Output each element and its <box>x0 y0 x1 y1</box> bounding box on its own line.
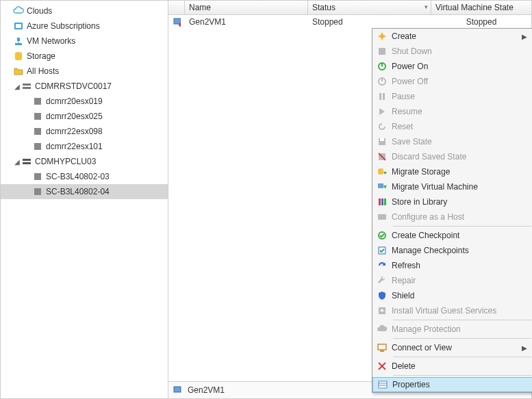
menu-item-label: Delete <box>392 361 532 371</box>
menu-item-poweroff: Power Off <box>372 74 532 89</box>
folder-icon <box>13 66 24 77</box>
menu-item-label: Repair <box>392 276 532 285</box>
svg-rect-18 <box>174 387 181 392</box>
svg-marker-35 <box>383 185 387 189</box>
tree-host[interactable]: dcmrr22esx101 <box>1 139 168 154</box>
menu-item-connect[interactable]: Connect or View▶ <box>372 340 532 355</box>
menu-item-refresh[interactable]: Refresh <box>372 258 532 273</box>
table-row[interactable]: Gen2VM1 Stopped Stopped <box>168 15 531 29</box>
menu-item-shield[interactable]: Shield <box>372 288 532 303</box>
grid-header: Name Status▾ Virtual Machine State <box>168 1 531 15</box>
menu-item-label: Migrate Virtual Machine <box>392 182 532 192</box>
col-label: Status <box>312 3 335 12</box>
svg-rect-10 <box>34 128 41 135</box>
menu-item-label: Pause <box>392 92 532 101</box>
tree-host[interactable]: dcmrr22esx098 <box>1 124 168 139</box>
create-icon <box>372 31 392 42</box>
svg-rect-9 <box>34 113 41 120</box>
menu-item-poweron[interactable]: Power On <box>372 59 532 74</box>
tree-label: dcmrr22esx098 <box>46 127 103 136</box>
managecheck-icon <box>372 245 392 256</box>
menu-item-discard: Discard Saved State <box>372 149 532 164</box>
expand-arrow-icon[interactable]: ◢ <box>13 158 21 166</box>
menu-separator <box>393 357 531 357</box>
migratestorage-icon <box>372 166 392 177</box>
menu-item-confighost: Configure as a Host <box>372 209 532 224</box>
network-icon <box>13 36 24 47</box>
pause-icon <box>372 91 392 102</box>
tree-host[interactable]: dcmrr20esx025 <box>1 109 168 124</box>
menu-item-migratevm[interactable]: Migrate Virtual Machine <box>372 179 532 194</box>
col-status[interactable]: Status▾ <box>308 1 431 14</box>
menu-item-library[interactable]: Store in Library <box>372 194 532 209</box>
context-menu: Create▶Shut DownPower OnPower OffPauseRe… <box>372 28 532 393</box>
shield-icon <box>372 290 392 301</box>
svg-rect-3 <box>17 38 20 41</box>
tree-clouds[interactable]: Clouds <box>1 3 168 18</box>
svg-rect-45 <box>380 350 384 352</box>
tree-storage[interactable]: Storage <box>1 49 168 64</box>
svg-rect-20 <box>379 48 385 55</box>
host-icon <box>32 126 43 137</box>
menu-item-label: Manage Checkpoints <box>392 246 532 255</box>
menu-item-create[interactable]: Create▶ <box>372 29 532 44</box>
svg-rect-6 <box>23 83 31 86</box>
submenu-arrow-icon: ▶ <box>522 344 527 352</box>
menu-item-label: Power Off <box>392 77 532 86</box>
tree-allhosts[interactable]: All Hosts <box>1 64 168 79</box>
tree-label: Storage <box>27 51 55 61</box>
col-vmstate[interactable]: Virtual Machine State <box>431 1 531 14</box>
confighost-icon <box>372 211 392 222</box>
menu-item-checkpoint[interactable]: Create Checkpoint <box>372 228 532 243</box>
menu-item-label: Discard Saved State <box>392 152 532 162</box>
tree-host[interactable]: dcmrr20esx019 <box>1 94 168 109</box>
menu-item-migratestorage[interactable]: Migrate Storage <box>372 164 532 179</box>
tree-vmnetworks[interactable]: VM Networks <box>1 34 168 49</box>
tree-label: dcmrr20esx019 <box>46 96 103 106</box>
navigation-tree: Clouds Azure Subscriptions VM Networks S… <box>1 1 168 398</box>
svg-rect-8 <box>34 98 41 105</box>
delete-icon <box>372 361 392 372</box>
connect-icon <box>372 342 392 353</box>
cluster-icon <box>21 156 32 167</box>
migratevm-icon <box>372 181 392 192</box>
azure-icon <box>13 21 24 31</box>
menu-item-label: Power On <box>392 62 532 71</box>
col-name[interactable]: Name <box>185 1 308 14</box>
tree-cluster[interactable]: ◢ CDMHYPCLU03 <box>1 154 168 169</box>
menu-item-managecheck[interactable]: Manage Checkpoints <box>372 243 532 258</box>
tree-label: VM Networks <box>27 36 75 46</box>
svg-rect-29 <box>380 138 384 141</box>
tree-cluster[interactable]: ◢ CDMRRSTDVC0017 <box>1 79 168 94</box>
discard-icon <box>372 151 392 162</box>
menu-item-label: Reset <box>392 122 532 131</box>
menu-item-repair: Repair <box>372 273 532 288</box>
svg-rect-37 <box>381 198 383 205</box>
tree-label: CDMHYPCLU03 <box>35 157 96 166</box>
host-icon <box>32 111 43 122</box>
tree-label: dcmrr20esx025 <box>46 112 103 121</box>
tree-host-selected[interactable]: SC-B3L40802-04 <box>1 184 168 199</box>
menu-item-installguest: Install Virtual Guest Services <box>372 303 532 318</box>
col-icon[interactable] <box>168 1 185 14</box>
tree-label: All Hosts <box>27 66 59 76</box>
app-window: Clouds Azure Subscriptions VM Networks S… <box>0 0 532 399</box>
menu-separator <box>393 226 531 227</box>
menu-item-resume: Resume <box>372 104 532 119</box>
menu-separator <box>393 320 531 320</box>
cell-vmstate: Stopped <box>431 16 531 28</box>
svg-rect-25 <box>379 93 381 100</box>
resume-icon <box>372 106 392 117</box>
menu-item-label: Resume <box>392 107 532 116</box>
col-label: Name <box>189 3 211 12</box>
menu-item-label: Create <box>392 31 532 41</box>
submenu-arrow-icon: ▶ <box>522 33 527 40</box>
tree-label: Clouds <box>27 6 52 16</box>
tree-azure[interactable]: Azure Subscriptions <box>1 18 168 34</box>
expand-arrow-icon[interactable]: ◢ <box>13 83 21 90</box>
menu-item-label: Migrate Storage <box>392 167 532 177</box>
menu-item-delete[interactable]: Delete <box>372 359 532 374</box>
menu-item-properties[interactable]: Properties <box>372 377 532 392</box>
svg-rect-39 <box>378 214 386 220</box>
tree-host[interactable]: SC-B3L40802-03 <box>1 169 168 184</box>
